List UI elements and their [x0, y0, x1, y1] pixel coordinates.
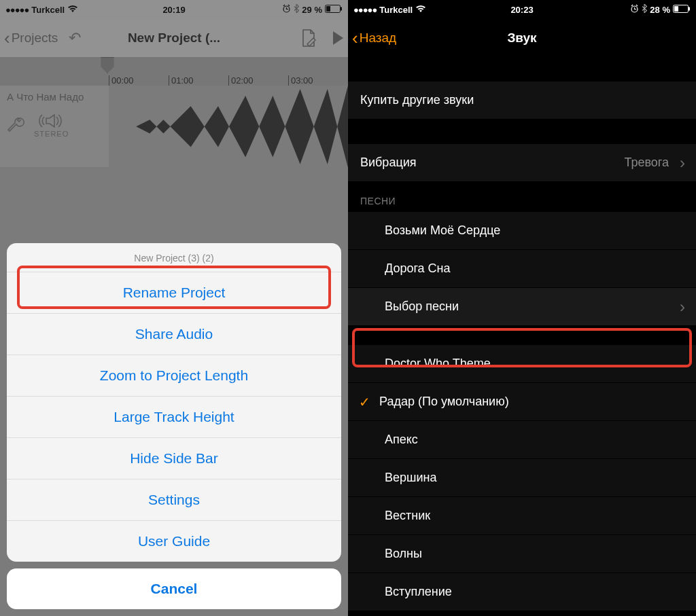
back-label: Назад	[360, 31, 396, 46]
carrier-label: Turkcell	[379, 5, 413, 15]
page-title: Звук	[507, 31, 536, 46]
song-label: Радар (По умолчанию)	[379, 395, 509, 409]
song-row[interactable]: Дорога Сна	[348, 250, 696, 288]
phone-left: ●●●●● Turkcell 20:19 29 % ‹ Projects ↶	[0, 0, 348, 616]
annotation-highlight	[352, 328, 692, 367]
bluetooth-icon	[642, 4, 647, 15]
signal-dots: ●●●●●	[353, 5, 377, 15]
song-label: Вступление	[385, 585, 452, 599]
svg-rect-7	[674, 6, 678, 12]
song-label: Апекс	[385, 433, 418, 447]
row-label: Вибрация	[360, 156, 417, 170]
sheet-item-track-height[interactable]: Large Track Height	[7, 397, 341, 438]
song-label: Возьми Моё Сердце	[385, 223, 500, 238]
row-label: Купить другие звуки	[360, 93, 474, 107]
clock: 20:23	[510, 5, 533, 15]
back-button[interactable]: ‹ Назад	[352, 29, 396, 47]
song-label: Вестник	[385, 509, 430, 523]
song-row[interactable]: Вступление	[348, 573, 696, 611]
song-label: Выбор песни	[385, 300, 459, 314]
row-value: Тревога	[624, 156, 669, 170]
check-icon: ✓	[359, 394, 370, 410]
wifi-icon	[415, 5, 426, 15]
battery-icon	[673, 5, 691, 15]
song-row[interactable]: Апекс	[348, 421, 696, 459]
sheet-item-user-guide[interactable]: User Guide	[7, 521, 341, 562]
annotation-highlight	[17, 266, 331, 309]
battery-pct: 28 %	[650, 5, 670, 15]
svg-rect-6	[689, 7, 690, 10]
sheet-item-zoom[interactable]: Zoom to Project Length	[7, 355, 341, 397]
song-row[interactable]: Возьми Моё Сердце	[348, 212, 696, 250]
song-label: Дорога Сна	[385, 261, 451, 276]
song-row[interactable]: Вершина	[348, 459, 696, 497]
sheet-item-hide-sidebar[interactable]: Hide Side Bar	[7, 438, 341, 479]
alarm-icon	[630, 4, 639, 15]
song-label: Волны	[385, 547, 422, 561]
sheet-item-settings[interactable]: Settings	[7, 479, 341, 521]
row-vibration[interactable]: Вибрация Тревога	[348, 144, 696, 182]
song-label: Вершина	[385, 471, 436, 485]
row-buy-sounds[interactable]: Купить другие звуки	[348, 81, 696, 120]
sheet-item-share-audio[interactable]: Share Audio	[7, 314, 341, 355]
song-row-default[interactable]: ✓ Радар (По умолчанию)	[348, 383, 696, 421]
song-row[interactable]: Вестник	[348, 497, 696, 535]
section-header-songs: ПЕСНИ	[348, 182, 696, 212]
song-row[interactable]: Волны	[348, 535, 696, 573]
phone-right: ●●●●● Turkcell 20:23 28 % ‹ Назад Звук	[348, 0, 696, 616]
nav-bar: ‹ Назад Звук	[348, 19, 696, 57]
row-choose-song[interactable]: Выбор песни	[348, 288, 696, 326]
chevron-left-icon: ‹	[352, 29, 358, 47]
cancel-button[interactable]: Cancel	[7, 568, 341, 609]
status-bar: ●●●●● Turkcell 20:23 28 %	[348, 0, 696, 19]
